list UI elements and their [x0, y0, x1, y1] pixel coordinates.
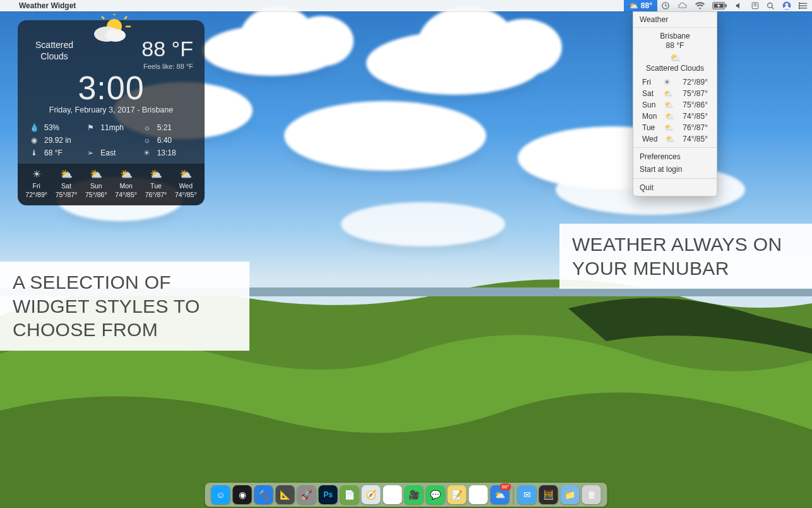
dropdown-forecast-row: Sat⛅75°/87° — [633, 88, 717, 99]
start-at-login-menu-item[interactable]: Start at login — [633, 163, 717, 176]
dock-weather-icon[interactable]: ⛅88° — [491, 485, 510, 504]
partly-cloudy-icon: ⛅ — [663, 89, 673, 98]
svg-line-14 — [124, 16, 127, 19]
dock-badge: 88° — [499, 483, 511, 490]
partly-cloudy-icon: ⛅ — [171, 169, 201, 180]
partly-cloudy-icon: ⛅ — [664, 123, 674, 132]
wind-dir-value: East — [100, 148, 136, 157]
dock-instruments-icon[interactable]: 📐 — [276, 485, 295, 504]
day-length-value: 13:18 — [157, 148, 193, 157]
dock-xcode-icon[interactable]: 🔨 — [254, 485, 273, 504]
dropdown-forecast-row: Wed⛅74°/85° — [633, 133, 717, 145]
forecast-temps: 72°/89° — [21, 190, 51, 199]
svg-point-6 — [768, 3, 773, 8]
dock-safari-icon[interactable]: 🧭 — [362, 485, 381, 504]
macos-menubar: Weather Widget ⛅ 88° — [0, 0, 812, 11]
dock-notes-icon[interactable]: 📝 — [448, 485, 467, 504]
macos-dock: ☺◉🔨📐🚀Ps📄🧭◯🎥💬📝🏞⛅88°✉🧮📁🗑 — [205, 483, 607, 507]
dropdown-city: Brisbane — [633, 32, 717, 40]
forecast-day-label: Tue — [642, 123, 655, 132]
forecast-day-label: Sun — [81, 181, 111, 190]
clock-time: 3:00 — [29, 69, 193, 107]
caption-right: WEATHER ALWAYS ON YOUR MENUBAR — [559, 224, 812, 289]
wifi-icon[interactable] — [691, 0, 708, 11]
dock-chrome-icon[interactable]: ◯ — [383, 485, 402, 504]
battery-icon[interactable] — [708, 0, 731, 11]
menubar-weather-dropdown: Weather Brisbane 88 °F ⛅ Scattered Cloud… — [633, 11, 717, 197]
notification-center-icon[interactable] — [795, 0, 812, 11]
widget-forecast-strip: ☀Fri72°/89°⛅Sat75°/87°⛅Sun75°/86°⛅Mon74°… — [18, 164, 205, 205]
compass-icon: ➢ — [85, 148, 95, 157]
cloud-graphic — [341, 202, 505, 246]
dock-coda-icon[interactable]: 📄 — [340, 485, 359, 504]
dock-mail-icon[interactable]: ✉ — [518, 485, 537, 504]
dock-siri-icon[interactable]: ◉ — [233, 485, 252, 504]
forecast-day: ⛅Mon74°/85° — [111, 169, 141, 199]
pressure-icon: ◉ — [29, 136, 39, 145]
menubar-weather-item[interactable]: ⛅ 88° — [624, 0, 657, 11]
preferences-menu-item[interactable]: Preferences — [633, 150, 717, 163]
forecast-temps: 75°/87° — [683, 89, 708, 98]
forecast-day-label: Wed — [642, 135, 657, 143]
dock-finder-icon[interactable]: ☺ — [212, 485, 230, 504]
dropdown-weather-icon: ⛅ — [633, 52, 717, 63]
partly-cloudy-icon: ⛅ — [51, 169, 81, 180]
forecast-day-label: Wed — [171, 181, 201, 190]
spotlight-input-icon[interactable] — [748, 0, 763, 11]
dropdown-header: Weather — [633, 12, 717, 28]
forecast-temps: 76°/87° — [683, 123, 708, 132]
forecast-temps: 74°/85° — [171, 190, 201, 199]
dock-photos-icon[interactable]: 🏞 — [469, 485, 488, 504]
forecast-day-label: Sat — [642, 89, 654, 98]
day-length-icon: ☀ — [142, 148, 152, 157]
svg-point-10 — [799, 5, 800, 6]
forecast-temps: 76°/87° — [141, 190, 170, 199]
forecast-day-label: Sun — [642, 100, 655, 109]
humidity-icon: 💧 — [29, 123, 39, 132]
partly-cloudy-icon: ⛅ — [141, 169, 170, 180]
quit-menu-item[interactable]: Quit — [633, 181, 717, 196]
weather-widget-icon — [89, 14, 133, 48]
dock-launchpad-icon[interactable]: 🚀 — [297, 485, 316, 504]
dock-music-folder-icon[interactable]: 📁 — [561, 485, 580, 504]
weather-widget[interactable]: Scattered Clouds 88 °F Feels like: 88 °F… — [18, 20, 205, 205]
svg-point-11 — [799, 8, 800, 9]
forecast-temps: 74°/85° — [683, 112, 708, 121]
dock-calculator-icon[interactable]: 🧮 — [539, 485, 558, 504]
time-machine-icon[interactable] — [657, 0, 674, 11]
partly-cloudy-icon: ⛅ — [111, 169, 141, 180]
forecast-day: ⛅Sun75°/86° — [81, 169, 111, 199]
dock-messages-icon[interactable]: 💬 — [426, 485, 445, 504]
dock-facetime-icon[interactable]: 🎥 — [405, 485, 424, 504]
caption-left: A SELECTION OF WIDGET STYLES TO CHOOSE F… — [0, 262, 249, 351]
svg-line-16 — [102, 16, 104, 19]
sun-icon: ☀ — [662, 78, 672, 87]
dock-photoshop-icon[interactable]: Ps — [319, 485, 338, 504]
dewpoint-icon: 🌡 — [29, 148, 39, 157]
dropdown-forecast-row: Sun⛅75°/86° — [633, 99, 717, 111]
volume-icon[interactable] — [731, 0, 748, 11]
forecast-day-label: Sat — [51, 181, 81, 190]
forecast-day-label: Mon — [111, 181, 141, 190]
sunrise-icon: ☼ — [142, 123, 152, 132]
spotlight-search-icon[interactable] — [763, 0, 779, 11]
feels-like: Feels like: 88 °F — [141, 63, 193, 70]
cloud-icon[interactable] — [674, 0, 691, 11]
app-name[interactable]: Weather Widget — [14, 1, 81, 10]
user-icon[interactable] — [779, 0, 795, 11]
sunset-value: 6:40 — [157, 136, 193, 145]
cloud-graphic — [366, 32, 543, 95]
dropdown-forecast-row: Mon⛅74°/85° — [633, 111, 717, 122]
forecast-temps: 74°/85° — [111, 190, 141, 199]
dropdown-forecast-row: Fri☀72°/89° — [633, 76, 717, 88]
sunrise-value: 5:21 — [157, 123, 193, 132]
dewpoint-value: 68 °F — [44, 148, 80, 157]
forecast-temps: 75°/87° — [51, 190, 81, 199]
forecast-temps: 75°/86° — [683, 100, 708, 109]
dropdown-forecast-row: Tue⛅76°/87° — [633, 122, 717, 133]
forecast-day: ⛅Wed74°/85° — [171, 169, 201, 199]
partly-cloudy-icon: ⛅ — [664, 100, 674, 109]
cloud-graphic — [284, 101, 486, 171]
wind-icon: ⚑ — [85, 123, 95, 132]
dock-trash-icon[interactable]: 🗑 — [582, 485, 601, 504]
